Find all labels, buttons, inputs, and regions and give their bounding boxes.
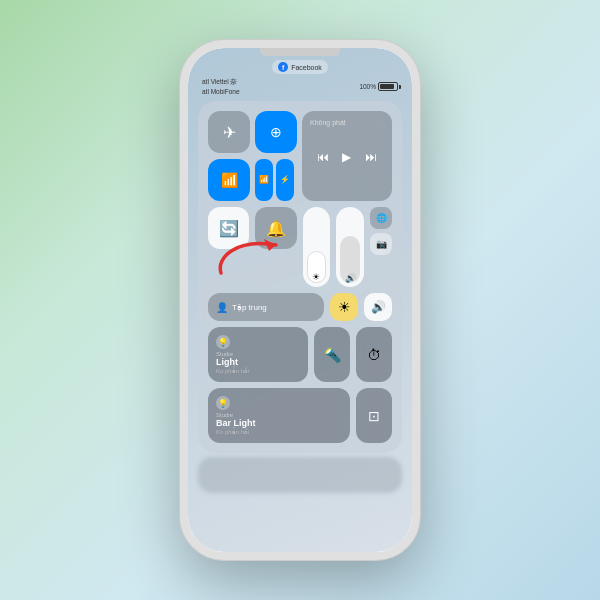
- airplane-icon: ✈: [223, 123, 236, 142]
- play-btn[interactable]: ▶: [342, 150, 351, 164]
- extra-col: 🌐 📷: [370, 207, 392, 255]
- bell-icon: 🔔: [266, 219, 286, 238]
- carrier-bar: atl Viettel 奈 atl MobiFone 100%: [188, 78, 412, 97]
- bluetooth-row: 📶 ⚡: [255, 159, 297, 202]
- light-icon1: 💡: [216, 335, 230, 349]
- light-icon2: 💡: [216, 396, 230, 410]
- focus-row: 👤 Tập trung ☀ 🔊: [208, 293, 392, 321]
- wifi-icon: 📶: [221, 172, 238, 188]
- light2-name-label: Bar Light: [216, 418, 342, 428]
- bottom-blur: [198, 457, 402, 493]
- control-center-panel: ✈ ⊕ 📶 📶 ⚡: [198, 101, 402, 453]
- heart-icon[interactable]: ♡: [375, 117, 384, 128]
- bluetooth-btn[interactable]: ⚡: [276, 159, 294, 201]
- lock-icon: 🔄: [219, 219, 239, 238]
- screen-record-icon: ⊡: [368, 408, 380, 424]
- battery-icon: [378, 82, 398, 91]
- facebook-notification: f Facebook: [272, 60, 328, 74]
- phone-screen: f Facebook atl Viettel 奈 atl MobiFone 10…: [188, 48, 412, 552]
- top-row: ✈ ⊕ 📶 📶 ⚡: [208, 111, 392, 201]
- volume-icon: 🔊: [345, 273, 356, 283]
- facebook-label: Facebook: [291, 64, 322, 71]
- connectivity-grid: ✈ ⊕ 📶 📶 ⚡: [208, 111, 296, 201]
- extra-btn1[interactable]: 🌐: [370, 207, 392, 229]
- sun-icon: ☀: [338, 299, 351, 315]
- flashlight-btn[interactable]: 🔦: [314, 327, 350, 382]
- battery-fill: [380, 84, 394, 89]
- bell-btn[interactable]: 🔔: [255, 207, 296, 249]
- sun-btn[interactable]: ☀: [330, 293, 358, 321]
- music-top: Không phát ♡: [310, 117, 384, 128]
- music-title: Không phát: [310, 119, 346, 126]
- light1-sub-label: Ko phản hồi: [216, 367, 300, 374]
- focus-label: Tập trung: [232, 303, 267, 312]
- notch-bar: [260, 48, 340, 56]
- next-btn[interactable]: ⏭: [365, 150, 377, 164]
- carrier-right: 100%: [359, 78, 398, 95]
- volume-slider[interactable]: 🔊: [336, 207, 364, 287]
- airplane-btn[interactable]: ✈: [208, 111, 250, 153]
- music-controls: ⏮ ▶ ⏭: [310, 150, 384, 164]
- phone-outer: f Facebook atl Viettel 奈 atl MobiFone 10…: [180, 40, 420, 560]
- airdrop-btn[interactable]: ⊕: [255, 111, 297, 153]
- extra-btn2[interactable]: 📷: [370, 233, 392, 255]
- cellular-btn[interactable]: 📶: [255, 159, 273, 201]
- light2-sub-label: Ko phản hồi: [216, 428, 342, 435]
- bluetooth-icon: ⚡: [280, 175, 290, 184]
- battery-percent: 100%: [359, 83, 376, 90]
- timer-icon: ⏱: [367, 347, 381, 363]
- studio-light-btn[interactable]: 💡 Studie Light Ko phản hồi: [208, 327, 308, 382]
- brightness-slider[interactable]: ☀: [303, 207, 331, 287]
- lock-btn[interactable]: 🔄: [208, 207, 249, 249]
- brightness-icon: ☀: [312, 272, 320, 282]
- timer-btn[interactable]: ⏱: [356, 327, 392, 382]
- flashlight-icon: 🔦: [324, 347, 341, 363]
- light1-name-label: Light: [216, 357, 300, 367]
- carrier-left: atl Viettel 奈 atl MobiFone: [202, 78, 240, 95]
- wifi-btn[interactable]: 📶: [208, 159, 250, 201]
- volume-quick-btn[interactable]: 🔊: [364, 293, 392, 321]
- fb-icon: f: [278, 62, 288, 72]
- prev-btn[interactable]: ⏮: [317, 150, 329, 164]
- light-row1: 💡 Studie Light Ko phản hồi 🔦 ⏱: [208, 327, 392, 382]
- light-row2: 💡 Studie Bar Light Ko phản hồi ⊡: [208, 388, 392, 443]
- speaker-icon: 🔊: [371, 300, 386, 314]
- carrier2: atl MobiFone: [202, 88, 240, 95]
- bar-light-btn[interactable]: 💡 Studie Bar Light Ko phản hồi: [208, 388, 350, 443]
- row2: 🔄 🔔 ☀ 🔊 🌐 📷: [208, 207, 392, 287]
- music-note: ♪: [380, 185, 385, 195]
- cellular-icon: 📶: [259, 175, 269, 184]
- focus-btn[interactable]: 👤 Tập trung: [208, 293, 324, 321]
- screen-record-btn[interactable]: ⊡: [356, 388, 392, 443]
- music-widget: Không phát ♡ ⏮ ▶ ⏭ ♪: [302, 111, 392, 201]
- person-icon: 👤: [216, 302, 228, 313]
- airdrop-icon: ⊕: [270, 124, 282, 140]
- carrier1: atl Viettel 奈: [202, 78, 240, 87]
